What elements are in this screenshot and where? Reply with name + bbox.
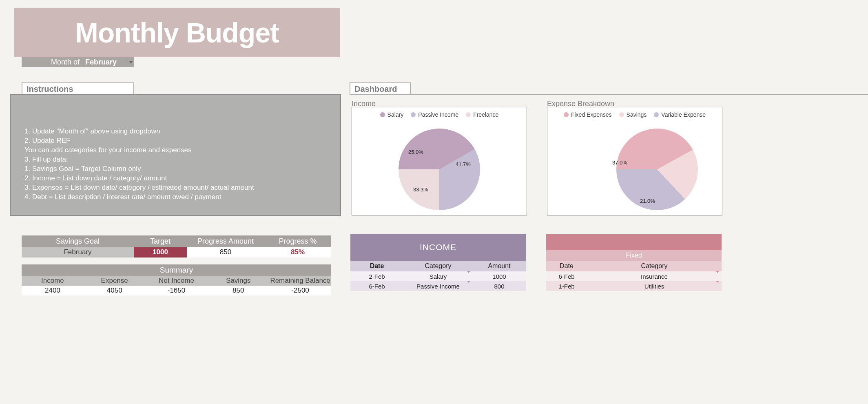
- dashboard-divider: [350, 94, 868, 95]
- summary-income-cell[interactable]: 2400: [22, 286, 84, 295]
- income-table-title: INCOME: [350, 234, 526, 261]
- summary-net-header: Net Income: [146, 276, 208, 286]
- instruction-line: 3. Fill up data:: [24, 155, 326, 164]
- chevron-down-icon[interactable]: [467, 283, 470, 290]
- instruction-line: 2. Update REF: [24, 136, 326, 146]
- savings-progress-pct-cell[interactable]: 85%: [264, 247, 331, 257]
- legend-swatch: [654, 112, 659, 117]
- income-legend: Salary Passive Income Freelance: [352, 111, 527, 118]
- instruction-line: 1. Savings Goal = Target Column only: [24, 164, 326, 174]
- savings-target-cell[interactable]: 1000: [134, 247, 187, 257]
- instructions-box: 1. Update "Month of" above using dropdow…: [10, 94, 341, 216]
- expense-pie-chart: Fixed Expenses Savings Variable Expense …: [547, 107, 722, 215]
- income-category-header: Category: [403, 261, 473, 271]
- income-category-cell[interactable]: Passive Income: [403, 281, 473, 291]
- savings-month-cell[interactable]: February: [22, 247, 134, 257]
- summary-savings-header: Savings: [207, 276, 269, 286]
- legend-item: Fixed Expenses: [564, 111, 612, 118]
- legend-swatch: [411, 112, 416, 117]
- table-row[interactable]: 1-Feb Utilities: [546, 281, 722, 291]
- chevron-down-icon[interactable]: [716, 273, 719, 280]
- summary-net-cell[interactable]: -1650: [146, 286, 208, 295]
- income-date-cell[interactable]: 2-Feb: [350, 271, 403, 281]
- fixed-sub-label: Fixed: [546, 250, 722, 261]
- pie-slice-label: 25.0%: [408, 149, 423, 155]
- fixed-category-cell[interactable]: Insurance: [587, 271, 722, 281]
- savings-progress-amount-cell[interactable]: 850: [187, 247, 264, 257]
- savings-goal-table: Savings Goal Target Progress Amount Prog…: [22, 235, 331, 257]
- instruction-line: 3. Expenses = List down date/ category /…: [24, 183, 326, 193]
- legend-swatch: [466, 112, 471, 117]
- fixed-table-header: Date Category: [546, 261, 722, 271]
- summary-expense-header: Expense: [84, 276, 146, 286]
- summary-remaining-header: Remaining Balance: [269, 276, 331, 286]
- income-table-header: Date Category Amount: [350, 261, 526, 271]
- legend-item: Savings: [619, 111, 647, 118]
- fixed-category-header: Category: [587, 261, 722, 271]
- month-of-label: Month of: [22, 58, 83, 67]
- income-date-cell[interactable]: 6-Feb: [350, 281, 403, 291]
- dashboard-tab: Dashboard: [350, 82, 411, 95]
- pie-graphic: 41.7% 33.3% 25.0%: [399, 129, 480, 210]
- expense-legend: Fixed Expenses Savings Variable Expense: [547, 111, 722, 118]
- legend-swatch: [619, 112, 624, 117]
- instruction-line: You can add categories for your income a…: [24, 146, 326, 155]
- month-of-value: February: [83, 58, 128, 67]
- legend-item: Salary: [380, 111, 404, 118]
- table-row[interactable]: 2-Feb Salary 1000: [350, 271, 526, 281]
- legend-label: Passive Income: [418, 111, 458, 118]
- summary-remaining-cell[interactable]: -2500: [269, 286, 331, 295]
- income-pie-chart: Salary Passive Income Freelance 41.7% 33…: [352, 107, 527, 215]
- savings-goal-header: Savings Goal: [22, 235, 134, 247]
- legend-item: Freelance: [466, 111, 498, 118]
- legend-swatch: [564, 112, 569, 117]
- title-banner: Monthly Budget: [14, 8, 340, 57]
- income-amount-cell[interactable]: 800: [473, 281, 526, 291]
- chevron-down-icon[interactable]: [716, 283, 719, 290]
- fixed-category-cell[interactable]: Utilities: [587, 281, 722, 291]
- legend-swatch: [380, 112, 385, 117]
- fixed-title-bar: [546, 234, 722, 250]
- instruction-line: 2. Income = List down date / category/ a…: [24, 174, 326, 183]
- income-table: INCOME Date Category Amount 2-Feb Salary…: [350, 234, 526, 291]
- legend-label: Fixed Expenses: [571, 111, 612, 118]
- summary-title: Summary: [22, 264, 331, 276]
- legend-label: Salary: [388, 111, 404, 118]
- fixed-date-cell[interactable]: 1-Feb: [546, 281, 587, 291]
- summary-savings-cell[interactable]: 850: [207, 286, 269, 295]
- fixed-date-cell[interactable]: 6-Feb: [546, 271, 587, 281]
- pie-slice-label: 41.7%: [456, 161, 471, 167]
- pie-slice-label: 21.0%: [640, 198, 655, 204]
- income-amount-header: Amount: [473, 261, 526, 271]
- legend-label: Savings: [627, 111, 647, 118]
- progress-amount-header: Progress Amount: [187, 235, 264, 247]
- chevron-down-icon[interactable]: [467, 273, 470, 280]
- income-amount-cell[interactable]: 1000: [473, 271, 526, 281]
- summary-table: Summary Income Expense Net Income Saving…: [22, 264, 331, 295]
- instruction-line: 4. Debt = List description / interest ra…: [24, 193, 326, 202]
- table-row[interactable]: 6-Feb Insurance: [546, 271, 722, 281]
- income-category-cell[interactable]: Salary: [403, 271, 473, 281]
- fixed-date-header: Date: [546, 261, 587, 271]
- target-header: Target: [134, 235, 187, 247]
- chevron-down-icon[interactable]: [128, 61, 134, 64]
- pie-graphic: 37.0% 21.0%: [616, 129, 698, 210]
- summary-income-header: Income: [22, 276, 84, 286]
- legend-label: Freelance: [473, 111, 498, 118]
- pie-slice-label: 37.0%: [612, 160, 627, 166]
- fixed-expenses-table: Fixed Date Category 6-Feb Insurance 1-Fe…: [546, 234, 722, 291]
- income-date-header: Date: [350, 261, 403, 271]
- instruction-line: 1. Update "Month of" above using dropdow…: [24, 127, 326, 136]
- table-row[interactable]: 6-Feb Passive Income 800: [350, 281, 526, 291]
- pie-slice-label: 33.3%: [413, 186, 428, 193]
- legend-item: Passive Income: [411, 111, 458, 118]
- progress-pct-header: Progress %: [264, 235, 331, 247]
- summary-expense-cell[interactable]: 4050: [84, 286, 146, 295]
- legend-item: Variable Expense: [654, 111, 706, 118]
- instructions-tab: Instructions: [22, 82, 134, 95]
- month-selector[interactable]: Month of February: [22, 57, 134, 67]
- page-title: Monthly Budget: [75, 17, 279, 49]
- legend-label: Variable Expense: [661, 111, 706, 118]
